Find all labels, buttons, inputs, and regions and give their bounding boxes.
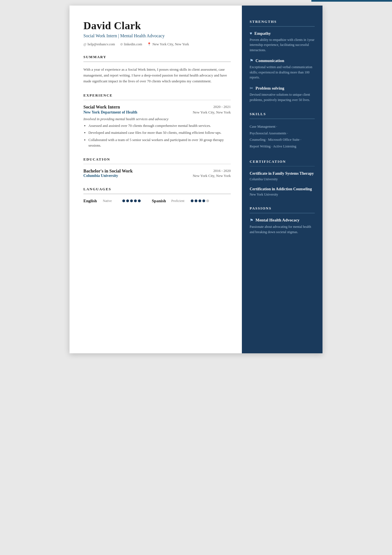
skills-text: Case Management · Psychosocial Assessmen… [250,124,315,150]
left-column: David Clark Social Work Intern | Mental … [70,6,242,353]
strength-desc-1: Exceptional written and verbal communica… [250,65,315,80]
lang-dot-0-3 [134,199,137,202]
edu-location-0: New York City, New York [193,174,231,178]
exp-desc-0: Involved in providing mental health serv… [83,117,231,121]
lang-name-1: Spanish [152,199,168,203]
lang-dot-1-0 [191,199,193,202]
strength-name-2: Problem solving [255,86,284,91]
strengths-section: STRENGTHS ♥ Empathy Proven ability to em… [250,19,315,102]
languages-section: LANGUAGES English Native [83,187,231,203]
strength-name-0: Empathy [254,31,271,36]
lang-dot-0-1 [126,199,129,202]
exp-org-row-0: New York Department of Health New York C… [83,110,231,115]
lang-name-0: English [83,199,100,203]
strength-name-1: Communication [255,58,284,63]
empathy-icon: ♥ [250,31,252,36]
summary-title: SUMMARY [83,55,231,59]
communication-icon: ⚑ [250,58,253,63]
exp-bullet-0-1: Developed and maintained case files for … [88,130,231,135]
strength-item-1: ⚑ Communication Exceptional written and … [250,58,315,80]
top-accent [311,0,392,2]
skills-line-0: Case Management · [250,125,277,129]
candidate-name: David Clark [83,19,231,32]
lang-dot-1-2 [199,199,201,202]
edu-item-0: Bachelor's in Social Work 2016 - 2020 Co… [83,169,231,178]
cert-item-1: Certification in Addiction Counseling Ne… [250,186,315,197]
lang-level-0: Native [103,199,120,203]
passion-desc-0: Passionate about advocating for mental h… [250,224,315,235]
passion-name-0: Mental Health Advocacy [255,218,299,223]
languages-divider [83,194,231,194]
lang-dots-0 [122,199,141,202]
skills-title: SKILLS [250,112,315,116]
passions-section: PASSIONS ⚑ Mental Health Advocacy Passio… [250,206,315,235]
candidate-title: Social Work Intern | Mental Health Advoc… [83,33,231,38]
strength-desc-2: Devised innovative solutions to unique c… [250,92,315,102]
edu-degree-0: Bachelor's in Social Work [83,169,133,174]
summary-divider [83,61,231,62]
location-value: New York City, New York [152,42,189,46]
cert-name-1: Certification in Addiction Counseling [250,186,315,192]
strength-item-2: ✂ Problem solving Devised innovative sol… [250,86,315,102]
location-icon: 📍 [147,42,151,46]
problem-solving-icon: ✂ [250,86,253,91]
edu-org-row-0: Columbia University New York City, New Y… [83,174,231,178]
exp-bullet-0-2: Collaborated with a team of 5 senior soc… [88,137,231,148]
skills-line-2: Counseling · Microsoft Office Suite · [250,138,301,142]
cert-item-0: Certificate in Family Systems Therapy Co… [250,171,315,181]
linkedin-value: linkedin.com [124,42,142,46]
email-contact: @ help@enhancv.com [83,42,115,46]
exp-job-title-0: Social Work Intern [83,105,120,110]
strengths-title: STRENGTHS [250,19,315,24]
exp-item-0: Social Work Intern 2020 - 2021 New York … [83,105,231,148]
summary-section: SUMMARY With a year of experience as a S… [83,55,231,84]
cert-name-0: Certificate in Family Systems Therapy [250,171,315,176]
exp-dates-0: 2020 - 2021 [213,105,231,109]
contact-row: @ help@enhancv.com ⊘ linkedin.com 📍 New … [83,42,231,46]
certification-divider [250,166,315,167]
passion-header-0: ⚑ Mental Health Advocacy [250,218,315,223]
summary-text: With a year of experience as a Social Wo… [83,66,231,84]
passion-item-0: ⚑ Mental Health Advocacy Passionate abou… [250,218,315,235]
edu-org-0: Columbia University [83,174,118,178]
strength-header-2: ✂ Problem solving [250,86,315,91]
lang-level-1: Proficient [171,199,188,203]
strength-item-0: ♥ Empathy Proven ability to empathize wi… [250,31,315,53]
right-column: STRENGTHS ♥ Empathy Proven ability to em… [242,6,322,353]
location-contact: 📍 New York City, New York [147,42,189,46]
exp-bullets-0: Assessed and assisted over 70 clients th… [83,123,231,148]
exp-org-0: New York Department of Health [83,110,137,115]
lang-item-1: Spanish Proficient [152,199,209,203]
linkedin-icon: ⊘ [120,42,123,46]
skills-divider [250,119,315,119]
strengths-divider [250,26,315,27]
passions-title: PASSIONS [250,206,315,211]
certification-section: CERTIFICATION Certificate in Family Syst… [250,159,315,197]
lang-dot-1-3 [202,199,205,202]
strength-desc-0: Proven ability to empathize with clients… [250,37,315,53]
education-title: EDUCATION [83,157,231,162]
cert-org-0: Columbia University [250,177,315,181]
lang-item-0: English Native [83,199,141,203]
exp-bullet-0-0: Assessed and assisted over 70 clients th… [88,123,231,129]
education-section: EDUCATION Bachelor's in Social Work 2016… [83,157,231,178]
exp-location-0: New York City, New York [193,110,231,115]
experience-title: EXPERIENCE [83,93,231,98]
skills-section: SKILLS Case Management · Psychosocial As… [250,112,315,150]
experience-divider [83,100,231,100]
strength-header-1: ⚑ Communication [250,58,315,63]
certification-title: CERTIFICATION [250,159,315,164]
lang-dot-1-4 [206,199,209,202]
edu-dates-0: 2016 - 2020 [213,169,231,173]
passion-icon-0: ⚑ [250,218,253,223]
header-section: David Clark Social Work Intern | Mental … [83,19,231,46]
lang-dot-0-4 [138,199,141,202]
email-icon: @ [83,42,86,46]
lang-dot-0-0 [122,199,125,202]
languages-title: LANGUAGES [83,187,231,191]
linkedin-contact: ⊘ linkedin.com [120,42,142,46]
skills-line-1: Psychosocial Assessments · [250,131,288,135]
lang-row: English Native Spanish Proficient [83,199,231,203]
experience-section: EXPERIENCE Social Work Intern 2020 - 202… [83,93,231,148]
education-divider [83,164,231,164]
